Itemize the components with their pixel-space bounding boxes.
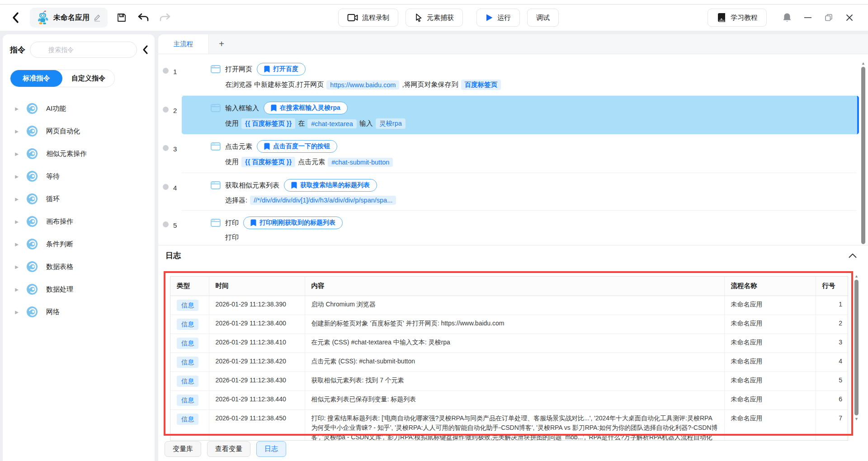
caret-right-icon[interactable]: ▶ <box>10 264 24 269</box>
capture-element-button[interactable]: 元素捕获 <box>406 9 463 27</box>
sidebar-group-item[interactable]: ▶网页自动化 <box>10 120 148 142</box>
sidebar-group-item[interactable]: ▶相似元素操作 <box>10 142 148 165</box>
caret-right-icon[interactable]: ▶ <box>10 310 24 315</box>
step-desc-text: 点击元素 <box>298 158 325 166</box>
redo-button[interactable] <box>157 10 173 25</box>
save-button[interactable] <box>114 10 129 25</box>
restore-button[interactable] <box>818 9 839 27</box>
log-scrollbar-thumb[interactable] <box>854 280 859 415</box>
step-body[interactable]: 点击元素点击百度一下的按钮使用{{ 百度标签页 }}点击元素#chat-subm… <box>182 134 856 173</box>
log-row[interactable]: 信息2026-01-29 11:12:38.400创建新的标签页对象 '百度标签… <box>170 315 848 334</box>
undo-button[interactable] <box>136 10 151 25</box>
step-breakpoint-dot[interactable] <box>163 107 169 113</box>
step-name-pill[interactable]: 在搜索框输入灵梭rpa <box>264 102 348 114</box>
back-button[interactable] <box>8 10 24 25</box>
chevron-up-icon <box>849 253 857 258</box>
log-row[interactable]: 信息2026-01-29 11:12:38.420点击元素 (CSS): #ch… <box>170 353 848 372</box>
log-content: 获取相似元素列表: 找到 7 个元素 <box>305 372 724 390</box>
flow-scrollbar-thumb[interactable] <box>861 67 865 244</box>
tab-main-flow[interactable]: 主流程 <box>158 34 209 54</box>
step-body[interactable]: 获取相似元素列表获取搜索结果的标题列表选择器://*/div/div/div/d… <box>182 173 856 211</box>
caret-right-icon[interactable]: ▶ <box>10 174 24 179</box>
view-variables-button[interactable]: 查看变量 <box>207 441 250 457</box>
step-body[interactable]: 输入框输入在搜索框输入灵梭rpa使用{{ 百度标签页 }}在#chat-text… <box>182 96 859 134</box>
step-body[interactable]: 打开网页打开百度在浏览器 中新建标签页,打开网页https://www.baid… <box>182 57 856 96</box>
collapse-chevron-icon <box>142 45 148 54</box>
caret-right-icon[interactable]: ▶ <box>10 242 24 247</box>
sidebar-group-item[interactable]: ▶循环 <box>10 188 148 210</box>
step-name-pill[interactable]: 点击百度一下的按钮 <box>257 140 337 153</box>
log-flow-name: 未命名应用 <box>724 296 816 315</box>
flow-scrollbar[interactable]: ▲▼ <box>860 61 866 245</box>
log-line-number: 2 <box>816 315 848 334</box>
step-breakpoint-dot[interactable] <box>163 145 169 151</box>
log-row[interactable]: 信息2026-01-29 11:12:38.390启动 Chromium 浏览器… <box>170 296 848 315</box>
edit-pencil-icon[interactable] <box>93 14 101 22</box>
step-desc-text: ,将网页对象保存到 <box>402 80 458 89</box>
variable-library-button[interactable]: 变量库 <box>165 441 201 457</box>
step-name-pill[interactable]: 打开百度 <box>257 63 306 75</box>
flow-step-row[interactable]: 1打开网页打开百度在浏览器 中新建标签页,打开网页https://www.bai… <box>158 57 868 96</box>
caret-right-icon[interactable]: ▶ <box>10 219 24 224</box>
close-button[interactable] <box>839 9 860 27</box>
bookmark-icon <box>264 143 270 150</box>
command-group-label: 相似元素操作 <box>46 150 87 158</box>
record-flow-button[interactable]: 流程录制 <box>338 9 398 27</box>
sidebar-group-item[interactable]: ▶AI功能 <box>10 97 148 120</box>
sidebar-group-item[interactable]: ▶条件判断 <box>10 233 148 255</box>
step-type-label: 获取相似元素列表 <box>225 181 279 190</box>
sidebar-group-item[interactable]: ▶数据表格 <box>10 255 148 278</box>
step-breakpoint-dot[interactable] <box>163 68 169 74</box>
step-body[interactable]: 打印打印刚刚获取到的标题列表打印 <box>182 211 856 245</box>
app-name-pill[interactable]: 未命名应用 <box>30 8 108 28</box>
step-gutter: 5 <box>158 211 182 245</box>
scroll-down-icon[interactable]: ▼ <box>854 416 859 422</box>
bell-icon <box>783 13 792 23</box>
tutorial-label: 学习教程 <box>731 14 758 22</box>
log-row[interactable]: 信息2026-01-29 11:12:38.430获取相似元素列表: 找到 7 … <box>170 372 848 390</box>
tutorial-button[interactable]: 学习教程 <box>708 9 767 27</box>
log-scrollbar[interactable]: ▲ ▼ <box>854 273 859 434</box>
caret-right-icon[interactable]: ▶ <box>10 106 24 111</box>
command-tab-1[interactable]: 自定义指令 <box>62 70 114 87</box>
step-name-pill[interactable]: 打印刚刚获取到的标题列表 <box>243 216 343 229</box>
caret-right-icon[interactable]: ▶ <box>10 151 24 156</box>
search-input[interactable] <box>30 42 137 58</box>
step-desc-text: 输入 <box>359 119 373 128</box>
step-description: 打印 <box>225 233 856 242</box>
log-row[interactable]: 信息2026-01-29 11:12:38.410在元素 (CSS) #chat… <box>170 334 848 353</box>
flow-step-row[interactable]: 4获取相似元素列表获取搜索结果的标题列表选择器://*/div/div/div/… <box>158 173 868 211</box>
sidebar-group-item[interactable]: ▶网络 <box>10 301 148 323</box>
run-button[interactable]: 运行 <box>476 9 520 27</box>
caret-right-icon[interactable]: ▶ <box>10 129 24 134</box>
sidebar-group-item[interactable]: ▶画布操作 <box>10 210 148 233</box>
caret-right-icon[interactable]: ▶ <box>10 197 24 202</box>
command-group-icon <box>26 170 38 182</box>
step-breakpoint-dot[interactable] <box>163 184 169 190</box>
log-row[interactable]: 信息2026-01-29 11:12:38.450打印: 搜索结果标题列表: [… <box>170 409 848 441</box>
notifications-button[interactable] <box>777 9 797 27</box>
back-chevron-icon <box>11 12 21 24</box>
sidebar-group-item[interactable]: ▶数据处理 <box>10 278 148 301</box>
step-breakpoint-dot[interactable] <box>163 221 169 227</box>
step-name-pill[interactable]: 获取搜索结果的标题列表 <box>284 179 377 192</box>
sidebar-group-item[interactable]: ▶等待 <box>10 165 148 188</box>
log-content: 相似元素列表已保存到变量: 标题列表 <box>305 390 724 409</box>
flow-step-row[interactable]: 2输入框输入在搜索框输入灵梭rpa使用{{ 百度标签页 }}在#chat-tex… <box>158 96 868 134</box>
debug-button[interactable]: 调试 <box>527 9 559 27</box>
flow-steps-list: 1打开网页打开百度在浏览器 中新建标签页,打开网页https://www.bai… <box>158 54 868 245</box>
caret-right-icon[interactable]: ▶ <box>10 287 24 292</box>
log-toggle-button[interactable]: 日志 <box>256 441 286 457</box>
add-flow-tab-button[interactable]: + <box>209 34 234 54</box>
command-tab-0[interactable]: 标准指令 <box>10 70 62 87</box>
command-group-icon <box>26 283 38 295</box>
sidebar-collapse-button[interactable] <box>142 44 148 56</box>
minimize-button[interactable] <box>797 9 818 27</box>
log-collapse-button[interactable] <box>846 249 859 262</box>
log-row[interactable]: 信息2026-01-29 11:12:38.440相似元素列表已保存到变量: 标… <box>170 390 848 409</box>
flow-step-row[interactable]: 5打印打印刚刚获取到的标题列表打印 <box>158 211 868 245</box>
step-name-label: 打开百度 <box>273 65 298 73</box>
scroll-up-icon[interactable]: ▲ <box>861 61 865 66</box>
scroll-up-icon[interactable]: ▲ <box>854 273 859 279</box>
flow-step-row[interactable]: 3点击元素点击百度一下的按钮使用{{ 百度标签页 }}点击元素#chat-sub… <box>158 134 868 173</box>
